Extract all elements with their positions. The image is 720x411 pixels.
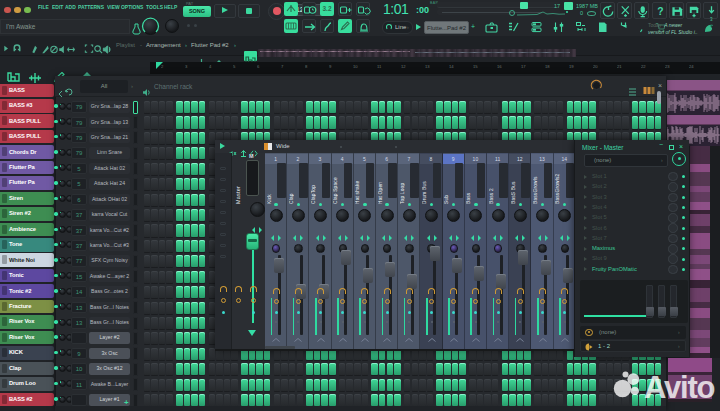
svg-text:?: ? (657, 6, 663, 17)
svg-text:Avito: Avito (644, 370, 715, 405)
